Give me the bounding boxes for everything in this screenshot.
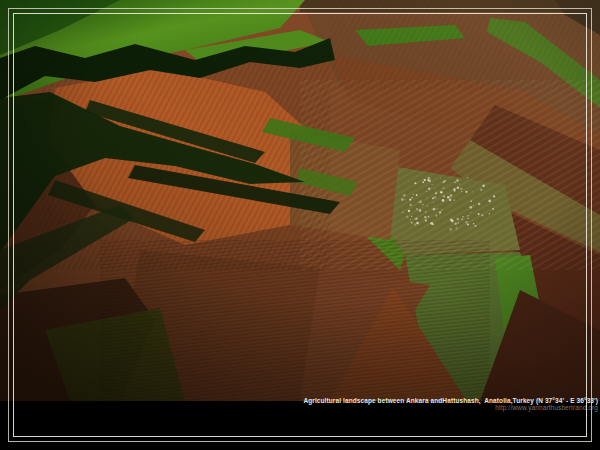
aerial-photo [0, 0, 600, 401]
caption-title: Agricultural landscape between Ankara an… [303, 397, 598, 404]
wallpaper-canvas: Agricultural landscape between Ankara an… [0, 0, 600, 450]
caption-url: http://www.yannarthusbertrand.org [303, 404, 598, 411]
caption: Agricultural landscape between Ankara an… [303, 397, 598, 411]
vignette-overlay [0, 0, 600, 401]
